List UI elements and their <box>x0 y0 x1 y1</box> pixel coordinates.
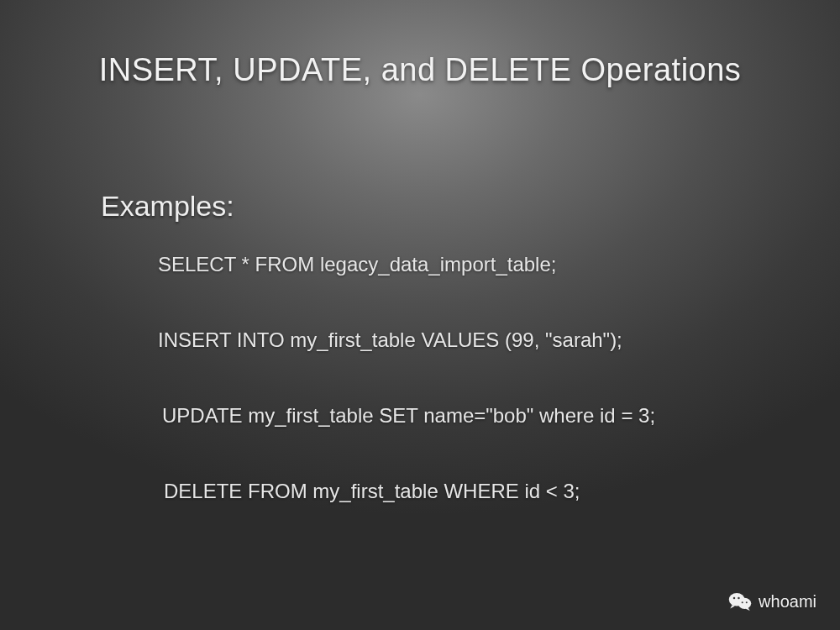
svg-point-3 <box>738 597 739 599</box>
presentation-slide: INSERT, UPDATE, and DELETE Operations Ex… <box>0 0 840 630</box>
svg-point-5 <box>746 601 748 603</box>
wechat-icon <box>728 591 752 612</box>
footer: whoami <box>728 591 816 612</box>
slide-title: INSERT, UPDATE, and DELETE Operations <box>0 52 840 88</box>
svg-point-2 <box>733 597 735 599</box>
svg-point-1 <box>738 598 752 609</box>
code-line-update: UPDATE my_first_table SET name="bob" whe… <box>162 404 655 428</box>
footer-username: whoami <box>759 592 816 612</box>
examples-heading: Examples: <box>101 190 234 223</box>
code-line-insert: INSERT INTO my_first_table VALUES (99, "… <box>158 328 622 352</box>
svg-point-4 <box>742 601 743 603</box>
code-line-select: SELECT * FROM legacy_data_import_table; <box>158 253 556 276</box>
code-line-delete: DELETE FROM my_first_table WHERE id < 3; <box>164 480 580 503</box>
